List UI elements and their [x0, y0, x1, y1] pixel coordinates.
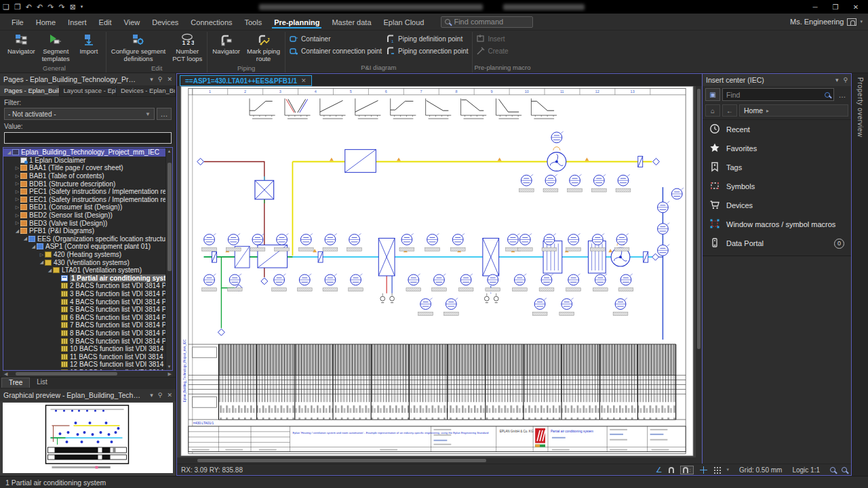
menu-tab-eplan-cloud[interactable]: Eplan Cloud — [378, 16, 431, 28]
panel-close-icon[interactable]: ✕ — [167, 76, 172, 83]
zoom-out-icon[interactable] — [830, 467, 835, 472]
document-tab[interactable]: ==ASP1=430.LTA01++EES&PFB1/1 ✕ — [180, 75, 312, 86]
menu-tab-edit[interactable]: Edit — [93, 16, 118, 28]
filter-select[interactable]: - Not activated - ▼ — [4, 108, 155, 120]
insert-center-item-recent[interactable]: Recent — [703, 120, 851, 139]
tree-item[interactable]: ▷BED3 (Valve list (Design)) — [3, 219, 165, 227]
restore-button[interactable]: ❐ — [826, 1, 845, 13]
insert-center-item-devices[interactable]: Devices — [703, 196, 851, 215]
tree-item[interactable]: 8 BACS function list VDI 3814 Part 4.3 — [3, 329, 165, 338]
back-icon[interactable]: ← — [722, 104, 737, 117]
find-more-button[interactable]: … — [836, 91, 848, 99]
tree-expander-icon[interactable]: ▷ — [39, 252, 45, 258]
panel-pin-icon[interactable]: ⚲ — [158, 392, 163, 399]
tree-item[interactable]: 12 BACS function list VDI 3814 Part 4.3 — [3, 361, 165, 369]
menu-tab-insert[interactable]: Insert — [62, 16, 93, 28]
insert-center-item-window-macros-symbol-macros[interactable]: Window macros / symbol macros — [703, 215, 851, 234]
tab-tree[interactable]: Tree — [1, 378, 30, 388]
tree-item[interactable]: ▷BDB1 (Structure description) — [3, 180, 165, 188]
menu-tab-tools[interactable]: Tools — [239, 16, 269, 28]
tree-item[interactable]: ◢430 (Ventilation systems) — [3, 258, 165, 266]
ribbon-button-mark-piping-route[interactable]: Mark piping route — [244, 32, 283, 64]
tree-item[interactable]: ▷PEC1 (Safety instructions / Implementat… — [3, 188, 165, 196]
tree-item[interactable]: 4 BACS function list VDI 3814 Part 4.3 — [3, 298, 165, 306]
new-page-icon[interactable]: ❏ — [3, 3, 9, 12]
value-input[interactable] — [4, 132, 172, 144]
insert-center-item-tags[interactable]: Tags — [703, 158, 851, 177]
ribbon-button-piping-connection-point[interactable]: Piping connection point — [386, 46, 468, 56]
menu-tab-devices[interactable]: Devices — [146, 16, 184, 28]
qat-dropdown-icon[interactable]: ▾ — [81, 4, 83, 9]
panel-pin-icon[interactable]: ⚲ — [158, 76, 163, 83]
tree-horizontal-scrollbar[interactable]: ◀▶ — [3, 371, 173, 377]
find-command-box[interactable]: Find command — [441, 16, 533, 28]
tree-item[interactable]: 1 Partial air conditioning system — [3, 274, 165, 283]
tree-item[interactable]: 11 BACS function list VDI 3814 Part 4.3 — [3, 352, 165, 361]
panel-pin-icon[interactable]: ⚲ — [843, 77, 848, 83]
grid-dropdown-icon[interactable]: ▾ — [727, 467, 730, 472]
tree-expander-icon[interactable]: ◢ — [47, 268, 53, 273]
tree-item[interactable]: ▷BED1 (Consumer list (Design)) — [3, 203, 165, 211]
tree-item[interactable]: ▷420 (Heating systems) — [3, 251, 165, 259]
user-area[interactable]: Ms. Engineering ▾ — [790, 18, 863, 26]
tree-item[interactable]: 1 Eplan Disclaimer — [3, 157, 165, 165]
menu-tab-master-data[interactable]: Master data — [326, 16, 377, 28]
tree-expander-icon[interactable]: ▷ — [14, 165, 20, 171]
ribbon-button-container-connection-point[interactable]: Container connection point — [289, 46, 382, 56]
ribbon-button-piping-definition-point[interactable]: 1Piping definition point — [386, 34, 468, 43]
minimize-button[interactable]: ─ — [806, 1, 825, 13]
ribbon-button-container[interactable]: Container — [289, 34, 382, 43]
canvas-vertical-scrollbar[interactable] — [696, 86, 702, 458]
move-icon[interactable] — [700, 466, 707, 474]
filter-more-button[interactable]: … — [157, 108, 172, 120]
ribbon-button-configure-segment-definitions[interactable]: Configure segment definitions — [108, 32, 168, 64]
panel-dropdown-icon[interactable]: ▾ — [835, 77, 839, 83]
tree-expander-icon[interactable]: ◢ — [14, 228, 20, 234]
open-page-icon[interactable]: ❐ — [14, 3, 21, 12]
ribbon-button-import[interactable]: Import — [74, 32, 104, 64]
drawing-canvas[interactable]: 12345678910111213Eplan_Building_Technolo… — [177, 86, 702, 458]
tree-item[interactable]: ◢LTA01 (Ventilation system) — [3, 266, 165, 274]
zoom-in-icon[interactable] — [842, 467, 847, 472]
menu-tab-pre-planning[interactable]: Pre-planning — [268, 16, 326, 28]
redo-step-icon[interactable]: ↷ — [58, 3, 64, 12]
tree-item[interactable]: 6 BACS function list VDI 3814 Part 4.3 — [3, 313, 165, 321]
dock-tab-0[interactable]: Pages - Eplan_Buildin... — [0, 85, 60, 96]
tree-item[interactable]: ▷BAB1 (Table of contents) — [3, 172, 165, 180]
insert-center-item-data-portal[interactable]: Data Portal0 — [703, 234, 851, 253]
slope-icon[interactable]: ∠ — [656, 466, 663, 474]
tree-item[interactable]: 13 BACS function list VDI 3814 Part 4.3 — [3, 369, 165, 370]
ribbon-button-segment-templates[interactable]: Segment templates — [39, 32, 73, 64]
tree-item[interactable]: ◢Eplan_Building_Technology_Project_mm_IE… — [3, 148, 165, 157]
tree-expander-icon[interactable]: ▷ — [14, 197, 20, 202]
tree-item[interactable]: 10 BACS function list VDI 3814 Part 4.3 — [3, 345, 165, 353]
remove-filter-icon[interactable]: ⊠ — [70, 3, 76, 12]
tree-vertical-scrollbar[interactable]: ▲ ▼ — [165, 148, 172, 370]
tree-expander-icon[interactable]: ◢ — [39, 260, 45, 265]
tree-expander-icon[interactable]: ▷ — [14, 213, 20, 218]
tree-item[interactable]: 2 BACS function list VDI 3814 Part 4.3 — [3, 282, 165, 290]
tree-item[interactable]: ▷BAA1 (Title page / cover sheet) — [3, 164, 165, 172]
panel-close-icon[interactable]: ✕ — [167, 392, 172, 399]
ribbon-button-insert[interactable]: Insert — [476, 34, 509, 43]
ribbon-button-number-pct-loops[interactable]: 1 2 3Number PCT loops — [170, 32, 205, 64]
insert-center-find-input[interactable]: Find — [722, 88, 834, 101]
tab-close-icon[interactable]: ✕ — [301, 77, 307, 84]
ribbon-button-navigator[interactable]: Navigator — [210, 32, 243, 64]
tab-list[interactable]: List — [30, 378, 54, 388]
insert-center-item-symbols[interactable]: Symbols — [703, 177, 851, 196]
home-icon[interactable]: ⌂ — [705, 104, 720, 117]
menu-tab-view[interactable]: View — [118, 16, 146, 28]
insert-center-item-favorites[interactable]: Favorites — [703, 139, 851, 158]
panel-dropdown-icon[interactable]: ▾ — [150, 392, 153, 399]
close-button[interactable]: ✕ — [846, 1, 865, 13]
tree-expander-icon[interactable]: ▷ — [14, 181, 20, 186]
dock-tab-2[interactable]: Devices - Eplan_Build... — [117, 85, 176, 96]
canvas-horizontal-scrollbar[interactable] — [177, 458, 702, 464]
tree-item[interactable]: ◢ASP1 (Control equipment plant 01) — [3, 243, 165, 251]
tab-property-overview[interactable]: Property overview — [856, 77, 864, 138]
tree-item[interactable]: ◢PFB1 (P&I Diagrams) — [3, 227, 165, 235]
tree-expander-icon[interactable]: ◢ — [6, 150, 12, 155]
tree-item[interactable]: 9 BACS function list VDI 3814 Part 4.3 — [3, 337, 165, 345]
menu-tab-file[interactable]: File — [5, 16, 30, 28]
